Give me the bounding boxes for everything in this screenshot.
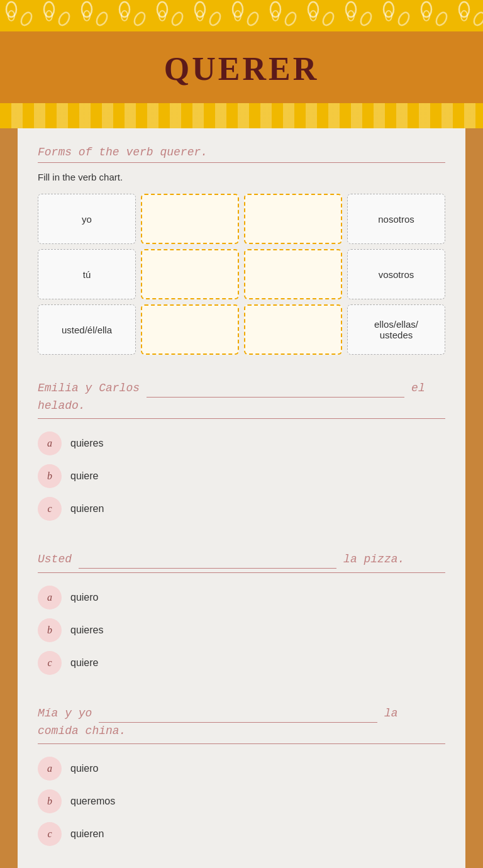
q3-badge-a: a: [38, 757, 62, 781]
grid-cell-vosotros: vosotros: [347, 249, 445, 299]
q1-blank: [147, 380, 404, 398]
grid-cell-input-3[interactable]: [141, 249, 239, 299]
grid-cell-input-6[interactable]: [244, 304, 342, 355]
q3-option-a[interactable]: a quiero: [38, 757, 445, 781]
yellow-decorative-band: [0, 103, 483, 128]
q2-blank: [79, 551, 336, 569]
q2-option-a[interactable]: a quiero: [38, 586, 445, 609]
question-2-section: Usted la pizza. a quiero b quieres: [38, 551, 445, 675]
grid-cell-nosotros: nosotros: [347, 194, 445, 244]
q3-badge-c: c: [38, 822, 62, 846]
main-content: Forms of the verb querer. Fill in the ve…: [18, 128, 465, 868]
q2-option-b[interactable]: b quieres: [38, 618, 445, 642]
top-decorative-band: [0, 0, 483, 31]
section-divider-3: [38, 572, 445, 573]
header-section: QUERER: [0, 31, 483, 103]
question-1-section: Emilia y Carlos el helado. a quieres b: [38, 380, 445, 521]
page-title: QUERER: [13, 50, 470, 87]
q2-text-before: Usted: [38, 553, 79, 565]
grid-cell-input-5[interactable]: [141, 304, 239, 355]
q2-badge-a: a: [38, 586, 62, 609]
grid-cell-input-4[interactable]: [244, 249, 342, 299]
q1-option-c-text: quieren: [70, 503, 104, 515]
q2-badge-b: b: [38, 618, 62, 642]
q1-option-a-text: quieres: [70, 438, 103, 449]
q2-options: a quiero b quieres c quiere: [38, 586, 445, 675]
q1-badge-a-label: a: [47, 438, 52, 449]
section-divider-1: [38, 162, 445, 163]
q3-badge-a-label: a: [47, 763, 52, 774]
q2-option-a-text: quiero: [70, 592, 98, 603]
q3-badge-c-label: c: [47, 828, 52, 840]
cell-label-yo: yo: [82, 214, 92, 225]
q1-badge-c-label: c: [47, 503, 52, 515]
q3-option-b-text: queremos: [70, 796, 115, 807]
grid-cell-ellos: ellos/ellas/ustedes: [347, 304, 445, 355]
grid-cell-usted: usted/él/ella: [38, 304, 136, 355]
q3-blank: [99, 705, 377, 723]
q3-text-before: Mía y yo: [38, 707, 99, 720]
section-divider-2: [38, 418, 445, 419]
q3-badge-b: b: [38, 789, 62, 813]
q1-option-b[interactable]: b quiere: [38, 464, 445, 488]
q2-badge-b-label: b: [47, 625, 52, 636]
q1-badge-b-label: b: [47, 470, 52, 482]
grid-cell-yo: yo: [38, 194, 136, 244]
q3-option-c[interactable]: c quieren: [38, 822, 445, 846]
q3-options: a quiero b queremos c quieren: [38, 757, 445, 846]
q3-option-a-text: quiero: [70, 763, 98, 774]
q2-option-c[interactable]: c quiere: [38, 651, 445, 675]
q1-badge-b: b: [38, 464, 62, 488]
q1-option-a[interactable]: a quieres: [38, 431, 445, 455]
svg-rect-4: [0, 0, 483, 31]
q1-option-c[interactable]: c quieren: [38, 497, 445, 521]
grid-cell-input-1[interactable]: [141, 194, 239, 244]
q2-badge-c: c: [38, 651, 62, 675]
cell-label-nosotros: nosotros: [378, 214, 414, 225]
q2-badge-a-label: a: [47, 592, 52, 603]
section-divider-4: [38, 743, 445, 744]
question-2-text: Usted la pizza.: [38, 551, 445, 569]
q2-badge-c-label: c: [47, 657, 52, 669]
cell-label-vosotros: vosotros: [379, 269, 414, 280]
q3-option-b[interactable]: b queremos: [38, 789, 445, 813]
cell-label-tu: tú: [83, 269, 91, 280]
q1-option-b-text: quiere: [70, 470, 98, 482]
question-3-text: Mía y yo la comida china.: [38, 705, 445, 740]
q1-badge-a: a: [38, 431, 62, 455]
verb-chart-title: Forms of the verb querer.: [38, 146, 445, 159]
cell-label-usted: usted/él/ella: [62, 325, 112, 335]
verb-chart-instruction: Fill in the verb chart.: [38, 172, 445, 182]
q1-options: a quieres b quiere c quieren: [38, 431, 445, 521]
q2-option-b-text: quieres: [70, 625, 103, 636]
verb-grid: yo nosotros tú vosotros usted/él/ella: [38, 194, 445, 355]
cell-label-ellos: ellos/ellas/ustedes: [374, 319, 418, 340]
q1-text-before: Emilia y Carlos: [38, 382, 147, 394]
q3-option-c-text: quieren: [70, 828, 104, 840]
verb-chart-section: Forms of the verb querer. Fill in the ve…: [38, 146, 445, 355]
grid-cell-tu: tú: [38, 249, 136, 299]
grid-cell-input-2[interactable]: [244, 194, 342, 244]
q1-badge-c: c: [38, 497, 62, 521]
question-3-section: Mía y yo la comida china. a quiero b: [38, 705, 445, 846]
q2-option-c-text: quiere: [70, 657, 98, 669]
q2-text-after: la pizza.: [343, 553, 404, 565]
question-1-text: Emilia y Carlos el helado.: [38, 380, 445, 415]
q3-badge-b-label: b: [47, 796, 52, 807]
